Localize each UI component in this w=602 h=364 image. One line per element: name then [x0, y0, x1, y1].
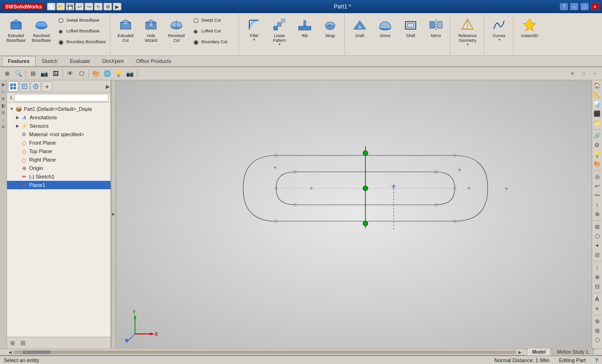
panel-more-arrow[interactable]: ▶ — [106, 84, 110, 90]
configuration-manager-tab[interactable] — [31, 81, 41, 92]
sidebar-icon-5[interactable]: ⊟ — [0, 109, 7, 116]
rs-ruler-icon[interactable]: 📐 — [593, 91, 602, 99]
tab-evaluate[interactable]: Evaluate — [64, 56, 96, 66]
sidebar-icon-2[interactable]: ▷ — [0, 88, 7, 94]
scroll-right-btn[interactable]: ▶ — [516, 349, 523, 356]
reference-geometry-btn[interactable]: Reference Geometry ▼ — [453, 15, 482, 52]
annotations-expand[interactable]: ▶ — [15, 115, 20, 120]
rs-wave-icon[interactable]: 〜 — [593, 191, 602, 200]
minimize-btn[interactable]: ─ — [570, 3, 578, 10]
rs-minus2-icon[interactable]: ⊟ — [593, 282, 602, 291]
display-style-btn[interactable]: 🖼 — [50, 69, 61, 79]
swept-boss-base-btn[interactable]: ⬡ Swept Boss/Base — [55, 15, 108, 25]
sidebar-icon-3[interactable]: ⊞ — [0, 95, 7, 101]
tree-material[interactable]: ⚙ Material <not specified> — [7, 130, 111, 139]
vt-restore-btn[interactable]: □ — [578, 69, 589, 79]
undo-btn[interactable]: ↩ — [75, 3, 84, 10]
extruded-boss-base-btn[interactable]: Extruded Boss/Base — [4, 15, 28, 52]
rs-undo-icon[interactable]: ↩ — [593, 182, 602, 190]
scrollbar-thumb[interactable] — [23, 350, 51, 354]
rib-btn[interactable]: Rib — [293, 15, 317, 52]
tab-dimxpert[interactable]: DimXpert — [96, 56, 130, 66]
feature-filter-input[interactable] — [14, 94, 109, 101]
fillet-dropdown[interactable]: ▼ — [253, 38, 256, 41]
instant3d-btn[interactable]: Instant3D — [516, 15, 543, 52]
apply-scene-btn[interactable]: 🌐 — [102, 69, 112, 79]
tree-front-plane[interactable]: ◇ Front Plane — [7, 139, 111, 147]
lofted-cut-btn[interactable]: ◈ Lofted Cut — [190, 26, 237, 36]
rs-home-icon[interactable]: 🏠 — [593, 81, 602, 90]
view-orient-btn[interactable]: 📷 — [39, 69, 49, 79]
restore-btn[interactable]: □ — [580, 3, 589, 10]
zoom-area-btn[interactable]: ⊞ — [28, 69, 38, 79]
lighting-btn[interactable]: 💡 — [113, 69, 124, 79]
canvas-area[interactable]: + + + + + — [116, 80, 592, 349]
property-manager-tab[interactable] — [19, 81, 30, 92]
rs-plus3-icon[interactable]: ⊕ — [593, 317, 602, 325]
tree-origin[interactable]: ⊕ Origin — [7, 164, 111, 172]
rs-star-icon[interactable]: ✦ — [593, 241, 602, 250]
select-btn[interactable]: ↖ — [94, 3, 103, 10]
curves-btn[interactable]: Curves ▼ — [487, 15, 511, 52]
rs-plus2-icon[interactable]: ⊕ — [593, 273, 602, 281]
rs-hex2-icon[interactable]: ⬡ — [593, 336, 602, 344]
rs-text-a2-icon[interactable]: A — [593, 304, 602, 313]
save-btn[interactable]: 💾 — [66, 3, 74, 10]
motion-study-tab[interactable]: Motion Study 1 — [552, 348, 594, 356]
rs-light-icon[interactable]: 💡 — [593, 150, 602, 159]
rs-updown-icon[interactable]: ↕ — [593, 201, 602, 209]
part1-expand[interactable]: ▼ — [9, 106, 15, 112]
fp-bottom-icon-1[interactable]: ⊕ — [8, 338, 17, 348]
fp-bottom-icon-2[interactable]: ⊞ — [18, 338, 28, 348]
hole-wizard-btn[interactable]: Hole Wizard — [139, 15, 163, 52]
camera-btn[interactable]: 📷 — [125, 69, 135, 79]
plus-tab[interactable]: + — [42, 81, 52, 92]
rs-color-icon[interactable]: 🎨 — [593, 160, 602, 168]
tree-sensors[interactable]: ▶ ⚡ Sensors — [7, 122, 111, 130]
linear-pattern-btn[interactable]: Linear Pattern ▼ — [267, 15, 292, 52]
panel-collapse-handle[interactable]: ◀ — [111, 80, 116, 349]
zoom-to-fit-btn[interactable]: ⊕ — [2, 69, 12, 79]
open-btn[interactable]: 📂 — [56, 3, 65, 10]
revolved-cut-btn[interactable]: Revolved Cut — [164, 15, 189, 52]
tree-top-plane[interactable]: ◇ Top Plane — [7, 147, 111, 155]
tree-part1[interactable]: ▼ 📦 Part1 (Default<<Default>_Displa — [7, 105, 111, 113]
sidebar-icon-6[interactable]: ↕ — [0, 116, 7, 123]
feature-manager-tab[interactable] — [8, 81, 18, 92]
extruded-cut-btn[interactable]: Extruded Cut — [113, 15, 138, 52]
rs-plus-icon[interactable]: ⊕ — [593, 210, 602, 218]
options-btn[interactable]: ⚙ — [103, 3, 112, 10]
rs-folder-icon[interactable]: 📁 — [593, 119, 602, 127]
canvas-svg[interactable]: + + + + + — [116, 80, 592, 349]
zoom-in-btn[interactable]: 🔍 — [13, 69, 24, 79]
tab-sketch[interactable]: Sketch — [36, 56, 64, 66]
rs-hex-icon[interactable]: ⬡ — [593, 232, 602, 240]
tree-plane1[interactable]: ◇ Plane1 — [7, 181, 111, 189]
rs-box-icon[interactable]: ⬛ — [593, 109, 602, 118]
refgeo-dropdown[interactable]: ▼ — [466, 43, 469, 46]
boundary-cut-btn[interactable]: ◉ Boundary Cut — [190, 37, 237, 47]
sidebar-icon-1[interactable]: ▶ — [0, 81, 7, 87]
rs-minus-box-icon[interactable]: ⊟ — [593, 251, 602, 259]
rs-text-a-icon[interactable]: A — [593, 295, 602, 303]
rs-grid2-icon[interactable]: ⊞ — [593, 326, 602, 335]
sidebar-icon-7[interactable]: ⊕ — [0, 124, 7, 130]
redo-btn[interactable]: ↪ — [85, 3, 93, 10]
hide-show-btn[interactable]: 👁 — [65, 69, 75, 79]
curves-dropdown[interactable]: ▼ — [498, 38, 501, 41]
tab-features[interactable]: Features — [2, 56, 36, 66]
model-tab[interactable]: Model — [527, 348, 551, 356]
rs-chart-icon[interactable]: 📊 — [593, 100, 602, 108]
lofted-boss-base-btn[interactable]: ◈ Lofted Boss/Base — [55, 26, 108, 36]
dome-btn[interactable]: Dome — [373, 15, 397, 52]
new-btn[interactable]: 📄 — [47, 3, 55, 10]
swept-cut-btn[interactable]: ⬡ Swept Cut — [190, 15, 237, 25]
rs-link-icon[interactable]: 🔗 — [593, 132, 602, 140]
linear-pattern-dropdown[interactable]: ▼ — [278, 43, 281, 46]
rs-updown2-icon[interactable]: ↕ — [593, 263, 602, 272]
section-view-btn[interactable]: ⬡ — [76, 69, 87, 79]
fillet-btn[interactable]: Fillet ▼ — [242, 15, 266, 52]
revolved-boss-base-btn[interactable]: Revolved Boss/Base — [29, 15, 54, 52]
more-btn[interactable]: ▶ — [113, 3, 121, 10]
tree-annotations[interactable]: ▶ A Annotations — [7, 113, 111, 122]
